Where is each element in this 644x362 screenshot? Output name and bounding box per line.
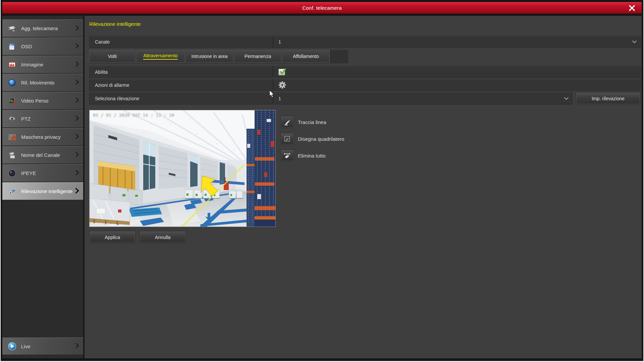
content-area: Agg. telecamera OSD Immagine	[2, 16, 642, 358]
chevron-right-icon	[75, 152, 79, 159]
row-divider	[273, 79, 273, 90]
traccia-linea-label: Traccia linea	[298, 116, 398, 128]
sidebar-item-label: Agg. telecamera	[21, 25, 58, 31]
abilita-label: Abilita	[95, 66, 108, 77]
row-divider	[273, 66, 273, 77]
page-title: Rilevazione intelligente	[89, 21, 141, 27]
chevron-right-icon	[75, 79, 79, 86]
sidebar-item-agg-telecamera[interactable]: Agg. telecamera	[2, 19, 83, 37]
warehouse-scene	[90, 110, 275, 227]
smart-detection-icon	[7, 187, 17, 196]
sidebar-item-label: Ril. Movimento	[21, 80, 54, 85]
seleziona-rilevazione-row: Seleziona rilevazione 1	[89, 92, 573, 105]
canale-label: Canale	[95, 36, 110, 48]
chevron-right-icon	[75, 343, 79, 350]
row-divider	[273, 36, 273, 48]
disegna-quadrilatero-button[interactable]	[280, 133, 294, 145]
titlebar: Conf. telecamera	[2, 2, 642, 14]
sidebar-item-label: Nome del Canale	[21, 152, 60, 158]
sidebar-item-label: PTZ	[21, 116, 31, 122]
elimina-tutto-button[interactable]	[280, 149, 294, 162]
image-icon	[7, 60, 17, 69]
chevron-right-icon	[75, 97, 79, 104]
camera-preview-canvas[interactable]: 04 / 01 / 2020 SAT 14 : 12 : 10	[89, 110, 276, 227]
add-camera-icon	[7, 24, 17, 33]
sidebar-item-ptz[interactable]: PTZ	[2, 110, 83, 128]
ipeye-icon	[7, 169, 17, 178]
tab-volti[interactable]: Volti	[89, 50, 136, 63]
main-panel: Rilevazione intelligente Canale 1 Volti …	[85, 16, 642, 358]
canale-value: 1	[278, 39, 281, 45]
sidebar-item-live[interactable]: Live	[2, 338, 83, 355]
chevron-right-icon	[75, 115, 79, 122]
chevron-right-icon	[75, 170, 79, 177]
annulla-button[interactable]: Annulla	[140, 231, 186, 243]
sidebar-item-label: Live	[21, 344, 31, 349]
motion-detect-icon	[7, 78, 17, 87]
seleziona-rilevazione-label: Seleziona rilevazione	[95, 93, 139, 104]
chevron-down-icon[interactable]	[564, 96, 569, 102]
seleziona-rilevazione-value: 1	[278, 96, 281, 101]
applica-button[interactable]: Applica	[89, 231, 136, 243]
sidebar-item-label: Immagine	[21, 62, 43, 67]
alarm-settings-gear-icon[interactable]	[278, 81, 286, 89]
osd-icon	[7, 42, 17, 51]
sidebar-item-ril-movimento[interactable]: Ril. Movimento	[2, 74, 83, 92]
draw-quad-icon	[283, 135, 291, 142]
azioni-allarme-row: Azioni di allarme	[89, 79, 641, 91]
chevron-right-icon	[75, 133, 79, 140]
imp-rilevazione-button[interactable]: Imp. rilevazione	[576, 92, 640, 105]
traccia-linea-button[interactable]	[280, 116, 294, 128]
sidebar-item-label: Rilevazione intelligente	[21, 188, 72, 194]
chevron-right-icon	[75, 43, 79, 50]
close-button[interactable]	[628, 4, 636, 12]
detection-tabs: Volti Attraversamento Intrusione in area…	[89, 50, 348, 63]
azioni-allarme-label: Azioni di allarme	[95, 79, 129, 90]
sidebar-item-label: IPEYE	[21, 170, 36, 176]
sidebar-item-maschera-privacy[interactable]: Maschera privacy	[2, 128, 83, 146]
canale-row: Canale 1	[89, 36, 641, 48]
canale-select[interactable]: 1	[278, 36, 281, 48]
delete-all-icon	[283, 152, 291, 159]
window-frame: Conf. telecamera Agg. telecamera OSD	[1, 0, 643, 361]
chevron-down-icon[interactable]	[632, 39, 637, 45]
disegna-quadrilatero-label: Disegna quadrilatero	[298, 133, 398, 145]
draw-line-icon	[283, 118, 291, 126]
window-title: Conf. telecamera	[302, 5, 341, 11]
chevron-right-icon	[75, 25, 79, 32]
seleziona-rilevazione-select[interactable]: 1	[278, 93, 281, 104]
abilita-row: Abilita	[89, 66, 641, 78]
video-loss-icon	[7, 96, 17, 106]
sidebar-item-immagine[interactable]: Immagine	[2, 56, 83, 73]
privacy-mask-icon	[7, 132, 17, 142]
sidebar-item-rilevazione-intelligente[interactable]: Rilevazione intelligente	[2, 182, 83, 200]
tab-attraversamento[interactable]: Attraversamento	[136, 50, 185, 63]
sidebar-item-nome-del-canale[interactable]: Nome del Canale	[2, 146, 83, 164]
sidebar-item-label: Video Perso	[21, 98, 48, 104]
tab-permanenza[interactable]: Permanenza	[234, 50, 281, 63]
ptz-icon	[7, 114, 17, 124]
chevron-right-icon	[75, 188, 79, 195]
sidebar-item-osd[interactable]: OSD	[2, 38, 83, 55]
abilita-checkbox[interactable]	[278, 69, 285, 75]
chevron-right-icon	[75, 61, 79, 68]
sidebar-item-video-perso[interactable]: Video Perso	[2, 92, 83, 110]
tab-intrusione-in-area[interactable]: Intrusione in area	[185, 50, 233, 63]
sidebar-item-ipeye[interactable]: IPEYE	[2, 164, 83, 182]
sidebar-item-label: OSD	[21, 44, 32, 49]
channel-name-icon	[7, 150, 17, 160]
close-icon	[628, 4, 636, 12]
elimina-tutto-label: Elimina tutto	[298, 149, 398, 162]
preview-timestamp: 04 / 01 / 2020 SAT 14 : 12 : 10	[93, 113, 174, 118]
sidebar: Agg. telecamera OSD Immagine	[2, 16, 85, 358]
live-icon	[7, 342, 17, 351]
tab-affollamento[interactable]: Affollamento	[282, 50, 330, 63]
check-icon	[279, 68, 286, 75]
sidebar-item-label: Maschera privacy	[21, 134, 61, 140]
row-divider	[273, 93, 273, 104]
